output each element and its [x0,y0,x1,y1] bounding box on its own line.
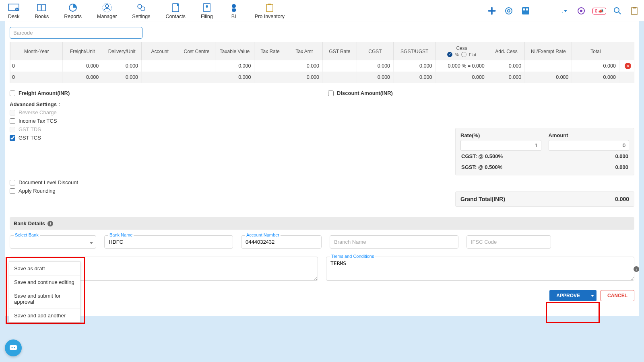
save-submit-approval[interactable]: Save and submit for approval [9,289,80,309]
terms-textarea[interactable] [326,257,634,281]
cgst-label: CGST: @ 0.500% [461,153,503,159]
sgst-value: 0.000 [615,164,628,170]
col-delivery-unit[interactable]: Delivery/Unit [102,42,142,61]
col-taxable[interactable]: Taxable Value [215,42,254,61]
add-new-icon[interactable] [486,5,497,16]
table-row[interactable]: 00.0000.0000.0000.0000.0000.0000.0000.00… [10,72,634,83]
svg-point-22 [614,8,619,12]
barcode-input[interactable] [10,27,142,39]
nav-label: Settings [132,14,150,19]
svg-point-6 [141,7,145,11]
nav-label: Reports [64,14,82,19]
approve-button[interactable]: APPROVE [549,290,587,301]
nav-books[interactable]: Books [31,2,53,20]
settings-icon [136,2,147,13]
nav-contacts[interactable]: Contacts [162,2,190,20]
income-tcs-checkbox[interactable] [10,118,15,124]
col-nil-exempt[interactable]: Nil/Exempt Rate [525,42,572,61]
notif-count: 0 [595,8,597,13]
table-row[interactable]: 00.0000.0000.0000.0000.0000.0000.000 % =… [10,60,634,72]
account-number-label: Account Number [245,232,281,237]
save-dropdown-menu: Save as draft Save and continue editing … [9,261,80,316]
grand-total-value: 0.000 [615,196,629,202]
select-bank-label: Select Bank [14,232,40,237]
col-cess[interactable]: Cess % Flat [436,42,488,61]
clipboard-icon[interactable] [629,5,640,16]
bank-header-text: Bank Details [14,220,45,226]
gst-tcs-checkbox[interactable] [10,135,15,141]
circle-icon[interactable] [576,5,587,16]
top-navigation: Desk Books Reports Manager Settings Cont… [0,0,644,21]
nav-manager[interactable]: Manager [93,2,121,20]
nav-pro-inventory[interactable]: Pro Inventory [251,2,289,20]
reverse-charge-checkbox [10,110,15,115]
nav-label: Desk [8,14,19,19]
terms-label: Terms and Conditions [330,254,375,259]
nav-reports[interactable]: Reports [60,2,86,20]
col-cost-centre[interactable]: Cost Centre [178,42,215,61]
gear-icon[interactable] [503,5,514,16]
approve-dropdown-toggle[interactable] [587,290,597,301]
approve-split-button: APPROVE [549,290,597,301]
col-account[interactable]: Account [142,42,178,61]
gst-tcs-label: GST TCS [19,135,41,141]
discount-checkbox[interactable] [328,90,334,96]
info-icon[interactable]: i [634,266,639,272]
filing-icon [201,2,213,13]
user-dropdown[interactable]: , [559,5,570,16]
svg-point-15 [506,8,512,14]
notification-badge[interactable]: 0📣 [592,8,606,14]
nav-label: Contacts [166,14,186,19]
branch-name-input[interactable] [330,235,458,249]
nav-settings[interactable]: Settings [128,2,154,20]
cess-label: Cess [438,45,485,51]
info-icon[interactable]: i [47,221,53,226]
cess-pct-lbl: % [455,52,459,57]
col-gst-rate[interactable]: GST Rate [323,42,357,61]
cess-pct-radio[interactable] [447,52,452,57]
doc-discount-checkbox[interactable] [10,180,15,185]
nav-label: BI [231,14,236,19]
nav-filing[interactable]: Filing [197,2,217,20]
search-icon[interactable] [612,5,623,16]
cess-flat-radio[interactable] [461,52,466,57]
svg-rect-24 [633,7,636,8]
ifsc-input[interactable] [466,235,551,249]
manager-icon [101,2,113,13]
nav-desk[interactable]: Desk [4,2,23,20]
save-as-draft[interactable]: Save as draft [9,262,80,276]
col-cgst[interactable]: CGST [357,42,393,61]
nav-label: Pro Inventory [255,14,285,19]
adv-settings-title: Advanced Settings : [10,97,316,108]
col-month-year[interactable]: Month-Year [10,42,63,61]
delete-row-icon[interactable]: ✕ [625,63,631,69]
apply-rounding-checkbox[interactable] [10,188,15,194]
svg-rect-23 [632,8,637,14]
svg-point-10 [206,5,208,8]
cancel-button[interactable]: CANCEL [601,290,634,301]
col-tax-amt[interactable]: Tax Amt [286,42,322,61]
nav-bi[interactable]: BI [224,2,244,20]
nav-label: Manager [97,14,117,19]
col-sgst[interactable]: SGST/UGST [394,42,436,61]
svg-point-16 [508,10,510,12]
bank-name-label: Bank Name [108,232,134,237]
save-continue-editing[interactable]: Save and continue editing [9,276,80,289]
apply-round-label: Apply Rounding [19,188,56,194]
freight-checkbox[interactable] [10,90,15,96]
sgst-label: SGST: @ 0.500% [461,164,502,170]
freight-label: Freight Amount(INR) [19,90,70,96]
tcs-amount-input[interactable] [549,140,630,151]
col-freight-unit[interactable]: Freight/Unit [63,42,102,61]
save-add-another[interactable]: Save and add another [9,309,80,316]
svg-rect-14 [268,4,271,5]
calculator-icon[interactable] [520,5,531,16]
col-add-cess[interactable]: Add. Cess [488,42,524,61]
tcs-rate-input[interactable] [460,140,541,151]
tcs-panel: Rate(%) Amount CGST: @ 0.500%0.000 SGST:… [455,128,634,175]
col-tax-rate[interactable]: Tax Rate [254,42,286,61]
inventory-icon [264,2,275,13]
bank-details-header: Bank Details i [10,217,634,230]
col-total[interactable]: Total [572,42,619,61]
svg-rect-12 [232,8,236,12]
